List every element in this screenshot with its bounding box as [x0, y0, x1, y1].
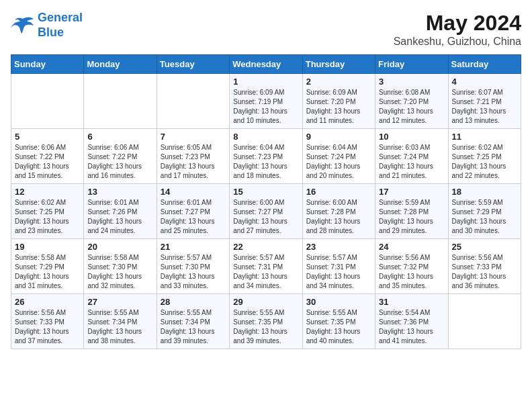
day-number: 31: [379, 297, 444, 307]
calendar-cell: 7Sunrise: 6:05 AM Sunset: 7:23 PM Daylig…: [157, 129, 229, 184]
day-info: Sunrise: 6:08 AM Sunset: 7:20 PM Dayligh…: [379, 88, 444, 126]
day-number: 4: [452, 77, 517, 87]
calendar-week-2: 5Sunrise: 6:06 AM Sunset: 7:22 PM Daylig…: [11, 129, 521, 184]
day-info: Sunrise: 6:02 AM Sunset: 7:25 PM Dayligh…: [15, 198, 80, 236]
header-day-sunday: Sunday: [11, 55, 84, 74]
calendar-cell: 2Sunrise: 6:09 AM Sunset: 7:20 PM Daylig…: [302, 74, 375, 129]
day-number: 18: [452, 187, 517, 197]
day-info: Sunrise: 6:02 AM Sunset: 7:25 PM Dayligh…: [452, 143, 517, 181]
day-number: 27: [87, 297, 152, 307]
calendar-cell: 4Sunrise: 6:07 AM Sunset: 7:21 PM Daylig…: [448, 74, 521, 129]
header-day-friday: Friday: [375, 55, 448, 74]
day-info: Sunrise: 5:55 AM Sunset: 7:34 PM Dayligh…: [161, 308, 226, 346]
header-day-wednesday: Wednesday: [230, 55, 302, 74]
calendar-cell: [157, 74, 229, 129]
calendar-cell: 21Sunrise: 5:57 AM Sunset: 7:30 PM Dayli…: [157, 239, 229, 294]
day-info: Sunrise: 6:01 AM Sunset: 7:27 PM Dayligh…: [161, 198, 226, 236]
day-number: 24: [379, 242, 444, 252]
calendar-cell: 24Sunrise: 5:56 AM Sunset: 7:32 PM Dayli…: [375, 239, 448, 294]
calendar-cell: 5Sunrise: 6:06 AM Sunset: 7:22 PM Daylig…: [11, 129, 84, 184]
day-info: Sunrise: 5:59 AM Sunset: 7:28 PM Dayligh…: [379, 198, 444, 236]
title-area: May 2024 Sankeshu, Guizhou, China: [394, 11, 521, 48]
calendar-week-4: 19Sunrise: 5:58 AM Sunset: 7:29 PM Dayli…: [11, 239, 521, 294]
day-info: Sunrise: 6:06 AM Sunset: 7:22 PM Dayligh…: [87, 143, 152, 181]
calendar-cell: 26Sunrise: 5:56 AM Sunset: 7:33 PM Dayli…: [11, 294, 84, 349]
calendar-cell: 27Sunrise: 5:55 AM Sunset: 7:34 PM Dayli…: [84, 294, 157, 349]
day-info: Sunrise: 5:58 AM Sunset: 7:30 PM Dayligh…: [87, 253, 152, 291]
day-number: 5: [15, 132, 80, 142]
calendar-cell: [448, 294, 521, 349]
day-info: Sunrise: 5:54 AM Sunset: 7:36 PM Dayligh…: [379, 308, 444, 346]
calendar-cell: 14Sunrise: 6:01 AM Sunset: 7:27 PM Dayli…: [157, 184, 229, 239]
day-number: 30: [306, 297, 371, 307]
day-info: Sunrise: 6:09 AM Sunset: 7:19 PM Dayligh…: [233, 88, 298, 126]
day-info: Sunrise: 6:09 AM Sunset: 7:20 PM Dayligh…: [306, 88, 371, 126]
calendar-week-5: 26Sunrise: 5:56 AM Sunset: 7:33 PM Dayli…: [11, 294, 521, 349]
day-number: 6: [87, 132, 152, 142]
day-info: Sunrise: 5:56 AM Sunset: 7:33 PM Dayligh…: [452, 253, 517, 291]
day-info: Sunrise: 5:57 AM Sunset: 7:31 PM Dayligh…: [233, 253, 298, 291]
logo: General Blue: [11, 11, 83, 40]
day-info: Sunrise: 6:03 AM Sunset: 7:24 PM Dayligh…: [379, 143, 444, 181]
calendar-cell: 6Sunrise: 6:06 AM Sunset: 7:22 PM Daylig…: [84, 129, 157, 184]
day-info: Sunrise: 5:56 AM Sunset: 7:33 PM Dayligh…: [15, 308, 80, 346]
calendar-cell: 12Sunrise: 6:02 AM Sunset: 7:25 PM Dayli…: [11, 184, 84, 239]
day-number: 12: [15, 187, 80, 197]
day-info: Sunrise: 5:59 AM Sunset: 7:29 PM Dayligh…: [452, 198, 517, 236]
calendar-cell: 11Sunrise: 6:02 AM Sunset: 7:25 PM Dayli…: [448, 129, 521, 184]
calendar-table: SundayMondayTuesdayWednesdayThursdayFrid…: [11, 54, 521, 349]
day-number: 2: [306, 77, 371, 87]
header-day-saturday: Saturday: [448, 55, 521, 74]
day-number: 19: [15, 242, 80, 252]
day-info: Sunrise: 5:56 AM Sunset: 7:32 PM Dayligh…: [379, 253, 444, 291]
calendar-week-3: 12Sunrise: 6:02 AM Sunset: 7:25 PM Dayli…: [11, 184, 521, 239]
day-number: 23: [306, 242, 371, 252]
calendar-cell: 23Sunrise: 5:57 AM Sunset: 7:31 PM Dayli…: [302, 239, 375, 294]
day-info: Sunrise: 6:00 AM Sunset: 7:28 PM Dayligh…: [306, 198, 371, 236]
calendar-cell: 19Sunrise: 5:58 AM Sunset: 7:29 PM Dayli…: [11, 239, 84, 294]
header-day-monday: Monday: [84, 55, 157, 74]
page-title: May 2024: [394, 11, 521, 36]
calendar-cell: [11, 74, 84, 129]
day-info: Sunrise: 6:04 AM Sunset: 7:23 PM Dayligh…: [233, 143, 298, 181]
day-info: Sunrise: 6:04 AM Sunset: 7:24 PM Dayligh…: [306, 143, 371, 181]
day-info: Sunrise: 5:57 AM Sunset: 7:31 PM Dayligh…: [306, 253, 371, 291]
calendar-cell: 1Sunrise: 6:09 AM Sunset: 7:19 PM Daylig…: [230, 74, 302, 129]
day-info: Sunrise: 5:57 AM Sunset: 7:30 PM Dayligh…: [161, 253, 226, 291]
header-day-thursday: Thursday: [302, 55, 375, 74]
calendar-cell: [84, 74, 157, 129]
calendar-cell: 20Sunrise: 5:58 AM Sunset: 7:30 PM Dayli…: [84, 239, 157, 294]
header: General Blue May 2024 Sankeshu, Guizhou,…: [11, 11, 521, 48]
logo-text-line1: General: [38, 11, 83, 26]
day-number: 10: [379, 132, 444, 142]
calendar-header-row: SundayMondayTuesdayWednesdayThursdayFrid…: [11, 55, 521, 74]
day-number: 1: [233, 77, 298, 87]
logo-icon: [11, 16, 35, 35]
day-info: Sunrise: 6:07 AM Sunset: 7:21 PM Dayligh…: [452, 88, 517, 126]
header-day-tuesday: Tuesday: [157, 55, 229, 74]
calendar-cell: 3Sunrise: 6:08 AM Sunset: 7:20 PM Daylig…: [375, 74, 448, 129]
calendar-cell: 16Sunrise: 6:00 AM Sunset: 7:28 PM Dayli…: [302, 184, 375, 239]
day-info: Sunrise: 6:05 AM Sunset: 7:23 PM Dayligh…: [161, 143, 226, 181]
calendar-cell: 18Sunrise: 5:59 AM Sunset: 7:29 PM Dayli…: [448, 184, 521, 239]
page-subtitle: Sankeshu, Guizhou, China: [394, 36, 521, 48]
calendar-cell: 15Sunrise: 6:00 AM Sunset: 7:27 PM Dayli…: [230, 184, 302, 239]
day-number: 29: [233, 297, 298, 307]
day-info: Sunrise: 5:55 AM Sunset: 7:35 PM Dayligh…: [233, 308, 298, 346]
day-number: 8: [233, 132, 298, 142]
day-number: 9: [306, 132, 371, 142]
day-number: 20: [87, 242, 152, 252]
day-number: 28: [161, 297, 226, 307]
logo-text-line2: Blue: [38, 26, 83, 40]
day-number: 7: [161, 132, 226, 142]
calendar-week-1: 1Sunrise: 6:09 AM Sunset: 7:19 PM Daylig…: [11, 74, 521, 129]
day-number: 21: [161, 242, 226, 252]
day-info: Sunrise: 6:00 AM Sunset: 7:27 PM Dayligh…: [233, 198, 298, 236]
calendar-cell: 29Sunrise: 5:55 AM Sunset: 7:35 PM Dayli…: [230, 294, 302, 349]
day-number: 13: [87, 187, 152, 197]
day-info: Sunrise: 6:01 AM Sunset: 7:26 PM Dayligh…: [87, 198, 152, 236]
day-info: Sunrise: 6:06 AM Sunset: 7:22 PM Dayligh…: [15, 143, 80, 181]
day-number: 17: [379, 187, 444, 197]
day-number: 25: [452, 242, 517, 252]
day-number: 22: [233, 242, 298, 252]
